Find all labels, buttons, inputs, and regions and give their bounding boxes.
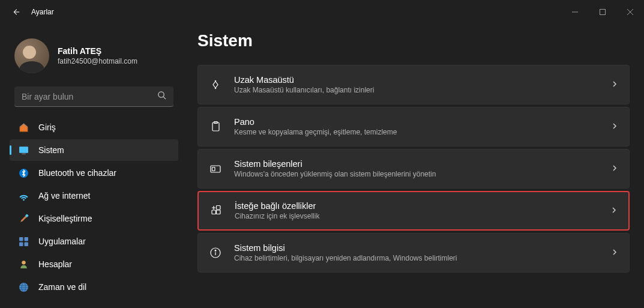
svg-rect-3 — [22, 153, 25, 154]
sidebar-item-network[interactable]: Ağ ve internet — [10, 185, 178, 207]
settings-item-optional-features[interactable]: İsteğe bağlı özellikler Cihazınız için e… — [197, 191, 630, 231]
remote-desktop-icon — [209, 78, 222, 91]
settings-item-clipboard[interactable]: Pano Kesme ve kopyalama geçmişi, eşitlem… — [197, 107, 630, 146]
paintbrush-icon — [18, 213, 29, 224]
svg-point-11 — [22, 261, 25, 264]
bluetooth-icon — [18, 168, 29, 178]
settings-item-subtitle: Uzak Masaüstü kullanıcıları, bağlantı iz… — [234, 86, 599, 94]
settings-item-about[interactable]: Sistem bilgisi Cihaz belirtimleri, bilgi… — [197, 233, 630, 273]
settings-item-subtitle: Cihaz belirtimleri, bilgisayarı yeniden … — [234, 254, 599, 262]
sidebar-item-label: Kişiselleştirme — [38, 214, 92, 223]
svg-point-22 — [215, 250, 216, 251]
svg-rect-10 — [24, 242, 28, 246]
sidebar-item-home[interactable]: Giriş — [10, 116, 178, 138]
settings-item-title: Sistem bileşenleri — [234, 159, 599, 169]
close-button[interactable] — [616, 0, 644, 24]
sidebar-item-apps[interactable]: Uygulamalar — [10, 231, 178, 252]
minimize-button[interactable] — [561, 0, 589, 24]
settings-item-subtitle: Cihazınız için ek işlevsellik — [235, 212, 598, 220]
svg-point-1 — [158, 92, 164, 97]
svg-rect-18 — [212, 210, 216, 214]
sidebar-item-label: Bluetooth ve cihazlar — [38, 168, 116, 178]
svg-rect-2 — [19, 146, 28, 153]
settings-item-components[interactable]: Sistem bileşenleri Windows'a önceden yük… — [197, 149, 630, 189]
maximize-button[interactable] — [589, 0, 616, 24]
info-icon — [209, 246, 222, 259]
avatar — [14, 38, 49, 73]
settings-item-title: Uzak Masaüstü — [234, 75, 599, 85]
settings-item-subtitle: Windows'a önceden yüklenmiş olan sistem … — [234, 170, 599, 178]
sidebar-item-system[interactable]: Sistem — [10, 139, 178, 161]
svg-rect-17 — [212, 168, 215, 171]
chevron-right-icon — [611, 79, 618, 90]
settings-item-subtitle: Kesme ve kopyalama geçmişi, eşitleme, te… — [234, 128, 599, 136]
sidebar-item-label: Giriş — [38, 122, 56, 132]
search-box[interactable] — [14, 86, 173, 107]
user-name: Fatih ATEŞ — [58, 46, 137, 56]
accounts-icon — [18, 259, 29, 270]
settings-item-title: Sistem bilgisi — [234, 243, 599, 253]
network-icon — [18, 190, 29, 201]
chevron-right-icon — [610, 205, 618, 216]
svg-rect-0 — [600, 10, 606, 15]
components-icon — [209, 162, 222, 175]
apps-icon — [18, 236, 29, 247]
window-title: Ayarlar — [31, 8, 54, 16]
system-icon — [18, 145, 29, 156]
optional-features-icon — [209, 204, 223, 217]
settings-item-title: İsteğe bağlı özellikler — [235, 201, 598, 211]
sidebar-item-label: Hesaplar — [38, 259, 72, 269]
svg-rect-7 — [19, 237, 23, 241]
sidebar-item-label: Uygulamalar — [38, 237, 86, 246]
sidebar-item-time[interactable]: Zaman ve dil — [10, 276, 178, 298]
clipboard-icon — [209, 120, 222, 133]
page-title: Sistem — [197, 31, 630, 50]
svg-point-5 — [23, 199, 25, 201]
settings-item-title: Pano — [234, 117, 599, 127]
svg-rect-20 — [217, 206, 221, 210]
svg-rect-14 — [212, 122, 219, 131]
back-button[interactable] — [10, 6, 22, 18]
sidebar: Fatih ATEŞ fatih24500@hotmail.com Giriş — [0, 24, 183, 308]
settings-item-remote-desktop[interactable]: Uzak Masaüstü Uzak Masaüstü kullanıcılar… — [197, 65, 630, 104]
search-icon — [157, 91, 166, 102]
globe-icon — [18, 282, 29, 292]
sidebar-item-label: Sistem — [38, 145, 64, 155]
svg-rect-9 — [19, 242, 23, 246]
user-email: fatih24500@hotmail.com — [58, 57, 137, 65]
sidebar-item-label: Ağ ve internet — [38, 191, 90, 201]
sidebar-item-bluetooth[interactable]: Bluetooth ve cihazlar — [10, 162, 178, 184]
sidebar-item-label: Zaman ve dil — [38, 282, 86, 292]
sidebar-item-personalize[interactable]: Kişiselleştirme — [10, 208, 178, 229]
home-icon — [18, 122, 29, 133]
titlebar: Ayarlar — [0, 0, 644, 24]
chevron-right-icon — [611, 163, 618, 174]
main-content: Sistem Uzak Masaüstü Uzak Masaüstü kulla… — [183, 24, 644, 308]
chevron-right-icon — [611, 247, 618, 258]
svg-rect-19 — [217, 210, 221, 214]
search-input[interactable] — [22, 92, 157, 101]
chevron-right-icon — [611, 121, 618, 132]
user-profile[interactable]: Fatih ATEŞ fatih24500@hotmail.com — [10, 31, 178, 84]
svg-rect-8 — [24, 237, 28, 241]
sidebar-item-accounts[interactable]: Hesaplar — [10, 253, 178, 275]
